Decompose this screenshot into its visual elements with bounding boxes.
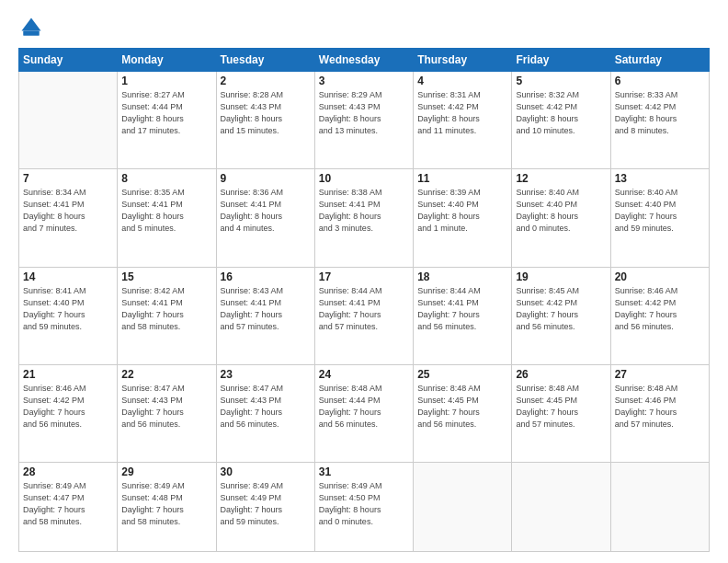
day-cell: 14Sunrise: 8:41 AM Sunset: 4:40 PM Dayli… <box>19 267 118 364</box>
day-info: Sunrise: 8:48 AM Sunset: 4:44 PM Dayligh… <box>319 383 409 431</box>
day-info: Sunrise: 8:49 AM Sunset: 4:47 PM Dayligh… <box>23 480 113 528</box>
day-number: 9 <box>221 172 311 185</box>
day-number: 24 <box>319 368 409 381</box>
weekday-header-friday: Friday <box>512 49 610 72</box>
day-info: Sunrise: 8:27 AM Sunset: 4:44 PM Dayligh… <box>121 89 211 137</box>
day-number: 19 <box>516 270 606 283</box>
day-number: 12 <box>516 172 606 185</box>
weekday-header-wednesday: Wednesday <box>314 49 413 72</box>
day-cell: 19Sunrise: 8:45 AM Sunset: 4:42 PM Dayli… <box>512 267 610 364</box>
day-number: 8 <box>121 172 211 185</box>
day-number: 5 <box>516 75 606 87</box>
day-number: 4 <box>417 75 507 87</box>
calendar-table: SundayMondayTuesdayWednesdayThursdayFrid… <box>18 48 710 552</box>
day-info: Sunrise: 8:47 AM Sunset: 4:43 PM Dayligh… <box>121 383 211 431</box>
day-number: 29 <box>121 465 211 478</box>
day-info: Sunrise: 8:42 AM Sunset: 4:41 PM Dayligh… <box>121 285 211 333</box>
day-info: Sunrise: 8:48 AM Sunset: 4:46 PM Dayligh… <box>615 383 705 431</box>
day-info: Sunrise: 8:46 AM Sunset: 4:42 PM Dayligh… <box>23 383 113 431</box>
day-cell: 13Sunrise: 8:40 AM Sunset: 4:40 PM Dayli… <box>610 169 709 267</box>
day-cell: 21Sunrise: 8:46 AM Sunset: 4:42 PM Dayli… <box>19 364 118 462</box>
day-info: Sunrise: 8:35 AM Sunset: 4:41 PM Dayligh… <box>121 187 211 235</box>
day-number: 27 <box>615 368 705 381</box>
day-number: 10 <box>319 172 409 185</box>
day-number: 30 <box>221 465 311 478</box>
svg-marker-0 <box>22 18 41 31</box>
day-info: Sunrise: 8:29 AM Sunset: 4:43 PM Dayligh… <box>319 89 409 137</box>
day-cell: 22Sunrise: 8:47 AM Sunset: 4:43 PM Dayli… <box>118 364 216 462</box>
day-cell: 5Sunrise: 8:32 AM Sunset: 4:42 PM Daylig… <box>512 72 610 169</box>
weekday-header-thursday: Thursday <box>414 49 512 72</box>
day-cell: 15Sunrise: 8:42 AM Sunset: 4:41 PM Dayli… <box>118 267 216 364</box>
day-info: Sunrise: 8:34 AM Sunset: 4:41 PM Dayligh… <box>23 187 113 235</box>
day-info: Sunrise: 8:44 AM Sunset: 4:41 PM Dayligh… <box>417 285 507 333</box>
day-cell <box>610 463 709 552</box>
weekday-header-row: SundayMondayTuesdayWednesdayThursdayFrid… <box>19 49 710 72</box>
day-info: Sunrise: 8:31 AM Sunset: 4:42 PM Dayligh… <box>417 89 507 137</box>
day-number: 15 <box>121 270 211 283</box>
logo-icon <box>18 15 44 40</box>
day-info: Sunrise: 8:47 AM Sunset: 4:43 PM Dayligh… <box>221 383 311 431</box>
day-cell: 30Sunrise: 8:49 AM Sunset: 4:49 PM Dayli… <box>216 463 314 552</box>
week-row-1: 1Sunrise: 8:27 AM Sunset: 4:44 PM Daylig… <box>19 72 710 169</box>
day-number: 2 <box>221 75 311 87</box>
day-info: Sunrise: 8:49 AM Sunset: 4:50 PM Dayligh… <box>319 480 409 528</box>
day-cell: 29Sunrise: 8:49 AM Sunset: 4:48 PM Dayli… <box>118 463 216 552</box>
day-cell <box>19 72 118 169</box>
week-row-3: 14Sunrise: 8:41 AM Sunset: 4:40 PM Dayli… <box>19 267 710 364</box>
day-info: Sunrise: 8:48 AM Sunset: 4:45 PM Dayligh… <box>516 383 606 431</box>
weekday-header-monday: Monday <box>118 49 216 72</box>
svg-rect-1 <box>23 31 40 36</box>
day-info: Sunrise: 8:36 AM Sunset: 4:41 PM Dayligh… <box>221 187 311 235</box>
day-cell: 17Sunrise: 8:44 AM Sunset: 4:41 PM Dayli… <box>314 267 413 364</box>
logo <box>18 15 48 40</box>
day-number: 25 <box>417 368 507 381</box>
day-number: 16 <box>221 270 311 283</box>
day-info: Sunrise: 8:38 AM Sunset: 4:41 PM Dayligh… <box>319 187 409 235</box>
day-info: Sunrise: 8:40 AM Sunset: 4:40 PM Dayligh… <box>516 187 606 235</box>
day-cell: 2Sunrise: 8:28 AM Sunset: 4:43 PM Daylig… <box>216 72 314 169</box>
day-cell: 24Sunrise: 8:48 AM Sunset: 4:44 PM Dayli… <box>314 364 413 462</box>
day-cell: 27Sunrise: 8:48 AM Sunset: 4:46 PM Dayli… <box>610 364 709 462</box>
week-row-5: 28Sunrise: 8:49 AM Sunset: 4:47 PM Dayli… <box>19 463 710 552</box>
day-number: 26 <box>516 368 606 381</box>
day-cell: 12Sunrise: 8:40 AM Sunset: 4:40 PM Dayli… <box>512 169 610 267</box>
day-cell: 23Sunrise: 8:47 AM Sunset: 4:43 PM Dayli… <box>216 364 314 462</box>
day-cell: 10Sunrise: 8:38 AM Sunset: 4:41 PM Dayli… <box>314 169 413 267</box>
day-info: Sunrise: 8:43 AM Sunset: 4:41 PM Dayligh… <box>221 285 311 333</box>
day-cell <box>512 463 610 552</box>
day-cell: 18Sunrise: 8:44 AM Sunset: 4:41 PM Dayli… <box>414 267 512 364</box>
week-row-2: 7Sunrise: 8:34 AM Sunset: 4:41 PM Daylig… <box>19 169 710 267</box>
page: SundayMondayTuesdayWednesdayThursdayFrid… <box>0 0 728 563</box>
day-number: 3 <box>319 75 409 87</box>
day-cell: 16Sunrise: 8:43 AM Sunset: 4:41 PM Dayli… <box>216 267 314 364</box>
day-cell: 7Sunrise: 8:34 AM Sunset: 4:41 PM Daylig… <box>19 169 118 267</box>
day-cell: 4Sunrise: 8:31 AM Sunset: 4:42 PM Daylig… <box>414 72 512 169</box>
day-info: Sunrise: 8:33 AM Sunset: 4:42 PM Dayligh… <box>615 89 705 137</box>
day-info: Sunrise: 8:45 AM Sunset: 4:42 PM Dayligh… <box>516 285 606 333</box>
day-info: Sunrise: 8:44 AM Sunset: 4:41 PM Dayligh… <box>319 285 409 333</box>
day-info: Sunrise: 8:40 AM Sunset: 4:40 PM Dayligh… <box>615 187 705 235</box>
day-number: 23 <box>221 368 311 381</box>
day-info: Sunrise: 8:32 AM Sunset: 4:42 PM Dayligh… <box>516 89 606 137</box>
day-number: 7 <box>23 172 113 185</box>
day-info: Sunrise: 8:49 AM Sunset: 4:49 PM Dayligh… <box>221 480 311 528</box>
day-cell: 9Sunrise: 8:36 AM Sunset: 4:41 PM Daylig… <box>216 169 314 267</box>
day-info: Sunrise: 8:48 AM Sunset: 4:45 PM Dayligh… <box>417 383 507 431</box>
day-cell: 26Sunrise: 8:48 AM Sunset: 4:45 PM Dayli… <box>512 364 610 462</box>
day-info: Sunrise: 8:49 AM Sunset: 4:48 PM Dayligh… <box>121 480 211 528</box>
day-number: 28 <box>23 465 113 478</box>
day-number: 13 <box>615 172 705 185</box>
week-row-4: 21Sunrise: 8:46 AM Sunset: 4:42 PM Dayli… <box>19 364 710 462</box>
day-number: 11 <box>417 172 507 185</box>
day-info: Sunrise: 8:39 AM Sunset: 4:40 PM Dayligh… <box>417 187 507 235</box>
weekday-header-saturday: Saturday <box>610 49 709 72</box>
day-number: 14 <box>23 270 113 283</box>
day-number: 22 <box>121 368 211 381</box>
day-info: Sunrise: 8:41 AM Sunset: 4:40 PM Dayligh… <box>23 285 113 333</box>
day-cell: 31Sunrise: 8:49 AM Sunset: 4:50 PM Dayli… <box>314 463 413 552</box>
day-cell: 25Sunrise: 8:48 AM Sunset: 4:45 PM Dayli… <box>414 364 512 462</box>
weekday-header-sunday: Sunday <box>19 49 118 72</box>
day-number: 1 <box>121 75 211 87</box>
day-cell: 20Sunrise: 8:46 AM Sunset: 4:42 PM Dayli… <box>610 267 709 364</box>
